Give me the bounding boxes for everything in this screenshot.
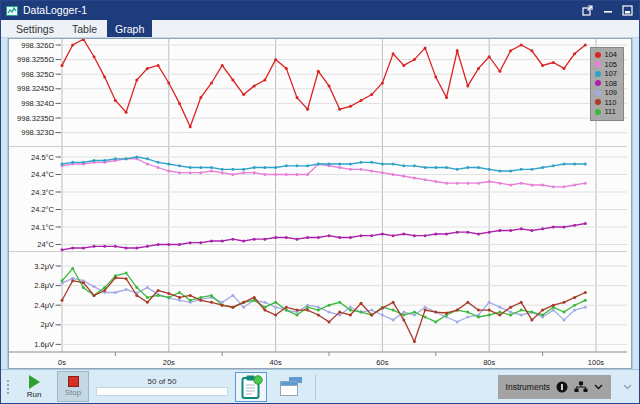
- restore-icon[interactable]: [621, 4, 634, 17]
- svg-text:24.5°C: 24.5°C: [31, 153, 55, 162]
- svg-text:998.3255Ω: 998.3255Ω: [17, 55, 54, 64]
- toolbar-grip-icon[interactable]: [5, 380, 11, 394]
- legend-item-109[interactable]: 109: [595, 88, 617, 98]
- clipboard-icon: [239, 374, 263, 400]
- progress-bar: [96, 387, 228, 396]
- chevron-down-icon: [594, 384, 603, 390]
- legend-label: 108: [604, 79, 617, 89]
- svg-text:998.325Ω: 998.325Ω: [21, 70, 54, 79]
- legend-dot-icon: [595, 71, 601, 77]
- tab-graph[interactable]: Graph: [107, 20, 152, 37]
- left-splitter[interactable]: [1, 38, 8, 369]
- window-controls: [581, 4, 634, 17]
- minimize-icon[interactable]: [601, 4, 614, 17]
- legend-item-104[interactable]: 104: [595, 50, 617, 60]
- legend-dot-icon: [595, 109, 601, 115]
- stop-label: Stop: [65, 388, 81, 397]
- run-label: Run: [27, 390, 42, 399]
- svg-text:24.1°C: 24.1°C: [31, 223, 55, 232]
- graph-plot-area[interactable]: 998.326Ω998.3255Ω998.325Ω998.3245Ω998.32…: [8, 38, 632, 369]
- popout-icon[interactable]: [581, 4, 594, 17]
- svg-text:24°C: 24°C: [37, 240, 54, 249]
- app-icon: [6, 5, 18, 17]
- progress-count: 50 of 50: [148, 377, 177, 386]
- legend-label: 105: [604, 60, 617, 70]
- window-layout-icon: [278, 376, 304, 398]
- legend-item-110[interactable]: 110: [595, 98, 617, 108]
- legend-item-111[interactable]: 111: [595, 107, 617, 117]
- svg-text:60s: 60s: [376, 358, 388, 367]
- new-window-button[interactable]: [274, 372, 308, 402]
- legend-label: 109: [604, 88, 617, 98]
- tab-table[interactable]: Table: [64, 20, 105, 37]
- instruments-label: Instruments: [506, 382, 550, 392]
- instrument-status-icon: [556, 381, 568, 393]
- acquisition-progress: 50 of 50: [96, 377, 228, 396]
- right-splitter[interactable]: [632, 38, 639, 369]
- sitemap-icon: [574, 381, 588, 393]
- strip-chart: 998.326Ω998.3255Ω998.325Ω998.3245Ω998.32…: [9, 39, 631, 369]
- legend-label: 107: [604, 69, 617, 79]
- legend-dot-icon: [595, 61, 601, 67]
- legend-label: 104: [604, 50, 617, 60]
- legend-item-107[interactable]: 107: [595, 69, 617, 79]
- instruments-dropdown[interactable]: Instruments: [498, 375, 611, 399]
- titlebar: DataLogger-1: [1, 1, 639, 20]
- svg-text:3.2μV: 3.2μV: [34, 262, 54, 271]
- svg-text:2.4μV: 2.4μV: [34, 301, 54, 310]
- legend-label: 110: [604, 98, 616, 108]
- svg-text:2μV: 2μV: [41, 320, 55, 329]
- legend-label: 111: [604, 107, 615, 117]
- toolbar-separator: [315, 374, 316, 400]
- svg-text:40s: 40s: [270, 358, 282, 367]
- svg-text:998.323Ω: 998.323Ω: [21, 128, 54, 137]
- legend-dot-icon: [595, 52, 601, 58]
- datalog-button[interactable]: [235, 372, 267, 402]
- svg-text:2.8μV: 2.8μV: [34, 281, 54, 290]
- run-icon: [29, 375, 40, 389]
- stop-button[interactable]: Stop: [57, 371, 89, 402]
- legend-item-108[interactable]: 108: [595, 79, 617, 89]
- svg-text:24.4°C: 24.4°C: [31, 170, 55, 179]
- svg-text:1.6μV: 1.6μV: [34, 340, 54, 349]
- legend-dot-icon: [595, 80, 601, 86]
- svg-text:100s: 100s: [588, 358, 605, 367]
- legend-item-105[interactable]: 105: [595, 60, 617, 70]
- svg-text:20s: 20s: [163, 358, 175, 367]
- graph-view: 998.326Ω998.3255Ω998.325Ω998.3245Ω998.32…: [1, 38, 639, 369]
- stop-icon: [68, 376, 79, 387]
- channel-legend: 104105107108109110111: [590, 47, 624, 121]
- datalogger-window: DataLogger-1 Settings Table Graph: [0, 0, 640, 404]
- acquisition-toolbar: Run Stop 50 of 50: [1, 369, 639, 403]
- tab-settings[interactable]: Settings: [8, 20, 62, 37]
- legend-dot-icon: [595, 90, 601, 96]
- svg-text:998.324Ω: 998.324Ω: [21, 99, 54, 108]
- toolbar-overflow-chevron-icon[interactable]: [618, 384, 635, 390]
- svg-text:998.3235Ω: 998.3235Ω: [17, 114, 54, 123]
- svg-text:80s: 80s: [483, 358, 495, 367]
- svg-text:998.326Ω: 998.326Ω: [21, 41, 54, 50]
- svg-text:24.2°C: 24.2°C: [31, 205, 55, 214]
- tab-bar: Settings Table Graph: [1, 20, 639, 38]
- svg-text:0s: 0s: [58, 358, 66, 367]
- window-title: DataLogger-1: [23, 1, 87, 20]
- legend-dot-icon: [595, 99, 601, 105]
- svg-text:998.3245Ω: 998.3245Ω: [17, 84, 54, 93]
- run-button[interactable]: Run: [18, 371, 50, 402]
- svg-text:24.3°C: 24.3°C: [31, 188, 55, 197]
